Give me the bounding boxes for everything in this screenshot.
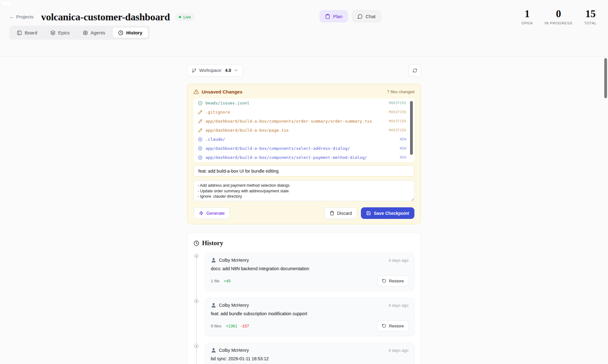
discard-button[interactable]: Discard xyxy=(324,207,357,219)
save-icon xyxy=(366,211,371,215)
changed-file-list: beads/issues.jsonl MODIFIED .gitignore M… xyxy=(194,99,414,162)
live-label: Live xyxy=(183,15,191,19)
main-content: Workspace: 4.0 Unsaved Changes 7 files c… xyxy=(0,56,608,364)
plus-circle-icon xyxy=(198,146,202,151)
file-row[interactable]: .claude/ NEW xyxy=(194,135,414,144)
stat-item: 1 OPEN xyxy=(522,9,533,25)
files-changed-count: 7 files changed xyxy=(387,89,414,94)
unsaved-changes-panel: Unsaved Changes 7 files changed beads/is… xyxy=(187,84,421,224)
tab-label: History xyxy=(126,30,142,35)
file-path: app/dashboard/build-a-box/components/ord… xyxy=(205,119,372,124)
check-circle-icon xyxy=(198,101,202,105)
discard-label: Discard xyxy=(337,211,352,216)
live-dot-icon xyxy=(179,16,181,18)
generate-button[interactable]: Generate xyxy=(194,207,230,219)
pencil-icon xyxy=(198,119,202,124)
stat-label: IN PROGRESS xyxy=(545,21,572,25)
file-list-scrollbar[interactable] xyxy=(410,101,413,155)
tab-board[interactable]: Board xyxy=(11,27,43,38)
history-header: History xyxy=(194,239,414,247)
timeline-item: Colby McHenry 4 days ago feat: add bundl… xyxy=(194,298,414,336)
tab-label: Board xyxy=(25,30,37,35)
commit-message: feat: add bundle subscription modificati… xyxy=(211,311,408,316)
tab-history[interactable]: History xyxy=(112,27,148,38)
restore-button[interactable]: Restore xyxy=(377,275,408,286)
commit-message: bd sync: 2026-01-11 18:53:12 xyxy=(211,356,408,361)
unsaved-actions: Generate Discard Save Checkpoint xyxy=(194,207,414,219)
commit-deletions: -157 xyxy=(241,324,249,328)
layers-icon xyxy=(50,30,55,35)
back-label: Projects xyxy=(16,14,34,20)
file-row[interactable]: app/dashboard/build-a-box/components/sel… xyxy=(194,153,414,162)
commit-additions: +45 xyxy=(224,279,231,283)
chat-label: Chat xyxy=(366,14,376,19)
page-title: volcanica-customer-dashboard xyxy=(41,11,170,23)
workspace-selector[interactable]: Workspace: 4.0 xyxy=(187,64,243,77)
commit-author: Colby McHenry xyxy=(219,303,249,308)
header-actions: Plan Chat xyxy=(320,10,381,22)
history-title: History xyxy=(202,239,223,247)
stat-value: 0 xyxy=(545,9,572,19)
lightning-bolt-icon xyxy=(199,211,204,215)
file-path: app/dashboard/build-a-box/components/sel… xyxy=(205,146,350,151)
user-avatar-icon xyxy=(211,257,216,263)
commit-file-count: 9 files xyxy=(211,324,221,328)
top-bar: ← Projects volcanica-customer-dashboard … xyxy=(0,0,608,56)
tab-epics[interactable]: Epics xyxy=(44,27,76,38)
commit-message-input[interactable] xyxy=(194,165,414,177)
file-status-badge: NEW xyxy=(400,146,410,150)
file-status-badge: MODIFIED xyxy=(389,119,410,123)
workspace-value: 4.0 xyxy=(225,68,231,73)
commit-card: Colby McHenry 4 days ago bd sync: 2026-0… xyxy=(205,343,414,364)
file-row[interactable]: .gitignore MODIFIED xyxy=(194,108,414,117)
trash-icon xyxy=(330,211,334,215)
page-scrollbar[interactable] xyxy=(604,58,607,98)
stat-item: 15 TOTAL xyxy=(584,9,597,25)
file-status-badge: MODIFIED xyxy=(389,110,410,114)
commit-description-textarea[interactable]: - Add address and payment method selecti… xyxy=(194,180,414,201)
timeline-node-icon xyxy=(194,299,199,303)
plus-circle-icon xyxy=(198,155,202,160)
stat-value: 15 xyxy=(584,9,597,19)
stat-item: 0 IN PROGRESS xyxy=(545,9,572,25)
save-checkpoint-button[interactable]: Save Checkpoint xyxy=(361,207,414,219)
plan-button[interactable]: Plan xyxy=(320,10,348,22)
commit-time: 4 days ago xyxy=(388,348,408,353)
board-columns-icon xyxy=(17,30,22,35)
timeline-item: Colby McHenry 4 days ago docs: add N8N b… xyxy=(194,253,414,291)
file-status-badge: NEW xyxy=(400,155,410,159)
clock-icon xyxy=(194,240,199,246)
commit-timeline: Colby McHenry 4 days ago docs: add N8N b… xyxy=(194,253,414,364)
issue-stats: 1 OPEN 0 IN PROGRESS 15 TOTAL xyxy=(522,9,601,25)
file-path: app/dashboard/build-a-box/components/sel… xyxy=(205,155,367,160)
file-status-badge: MODIFIED xyxy=(389,101,410,105)
tab-label: Agents xyxy=(91,30,105,35)
tab-agents[interactable]: Agents xyxy=(77,27,111,38)
file-row[interactable]: beads/issues.jsonl MODIFIED xyxy=(194,99,414,108)
commit-time: 4 days ago xyxy=(388,258,408,263)
chat-button[interactable]: Chat xyxy=(352,10,381,22)
workspace-toolbar: Workspace: 4.0 xyxy=(187,64,421,77)
clipboard-icon xyxy=(325,14,330,19)
timeline-node-icon xyxy=(194,254,199,258)
file-status-badge: MODIFIED xyxy=(389,128,410,132)
plus-circle-icon xyxy=(198,137,202,142)
tab-label: Epics xyxy=(58,30,70,35)
user-avatar-icon xyxy=(211,347,216,353)
file-row[interactable]: app/dashboard/build-a-box/page.tsx MODIF… xyxy=(194,126,414,135)
tab-bar: Board Epics Agents History xyxy=(9,26,150,40)
unsaved-changes-header: Unsaved Changes 7 files changed xyxy=(194,89,414,94)
file-row[interactable]: app/dashboard/build-a-box/components/ord… xyxy=(194,117,414,126)
file-path: beads/issues.jsonl xyxy=(205,101,250,105)
commit-card: Colby McHenry 4 days ago feat: add bundl… xyxy=(205,298,414,336)
stat-value: 1 xyxy=(522,9,533,19)
refresh-button[interactable] xyxy=(408,64,421,77)
warning-triangle-icon xyxy=(194,89,199,94)
restore-button[interactable]: Restore xyxy=(377,320,408,331)
restore-label: Restore xyxy=(389,324,404,328)
workspace-label: Workspace: xyxy=(199,68,222,73)
file-row[interactable]: app/dashboard/build-a-box/components/sel… xyxy=(194,144,414,153)
back-to-projects-link[interactable]: ← Projects xyxy=(9,14,34,20)
rotate-ccw-icon xyxy=(382,324,386,328)
refresh-icon xyxy=(413,68,417,73)
